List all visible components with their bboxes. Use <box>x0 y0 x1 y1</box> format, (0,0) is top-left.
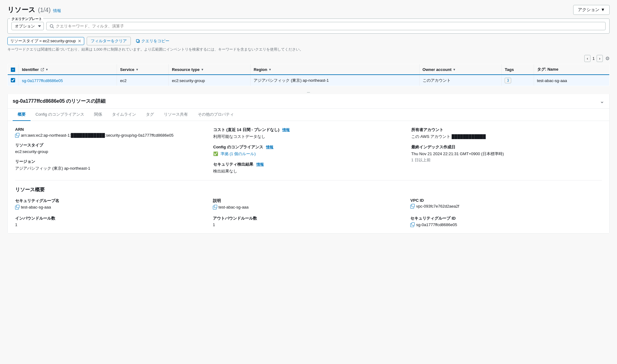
page-number: 1 <box>592 56 594 61</box>
cost-label: コスト (直近 14 日間 - ブレンドなし) 情報 <box>213 127 404 133</box>
select-all-checkbox[interactable] <box>11 68 15 72</box>
compliance-link[interactable]: 準拠 (1 個のルール) <box>221 151 256 156</box>
detail-grid: ARN arn:aws:ec2:ap-northeast-1:█████████… <box>15 127 602 174</box>
detail-col-2: コスト (直近 14 日間 - ブレンドなし) 情報 利用可能なコストデータなし… <box>213 127 404 174</box>
tab-config-compliance[interactable]: Config のコンプライアンス <box>31 109 89 121</box>
security-info-link[interactable]: 情報 <box>256 162 264 167</box>
query-template-label: クエリテンプレート <box>10 17 43 21</box>
description-label: 説明 <box>213 198 404 204</box>
row-identifier[interactable]: sg-0a1777ffcd8686e05 <box>19 75 117 86</box>
outbound-value: 1 <box>213 222 404 227</box>
resource-summary-title: リソース概要 <box>15 187 602 193</box>
action-button[interactable]: アクション ▼ <box>573 5 610 15</box>
identifier-sort-icon: ▼ <box>45 68 48 71</box>
inbound-field: インバウンドルール数 1 <box>15 216 207 227</box>
query-controls: オプション <box>11 22 606 30</box>
tab-tags[interactable]: タグ <box>141 109 159 121</box>
tab-relationship[interactable]: 関係 <box>89 109 107 121</box>
outbound-label: アウトバウンドルール数 <box>213 216 404 221</box>
select-all-header[interactable] <box>8 64 19 75</box>
query-section: クエリテンプレート オプション <box>7 19 610 34</box>
detail-panel: sg-0a1777ffcd8686e05 のリソースの詳細 ⌄ 概要 Confi… <box>7 94 610 234</box>
col-resource-type[interactable]: Resource type ▼ <box>169 64 251 75</box>
sg-id-field: セキュリティグループ ID sg-0a1777ffcd8686e05 <box>410 216 602 227</box>
sg-id-value: sg-0a1777ffcd8686e05 <box>410 222 602 227</box>
compliance-info-link[interactable]: 情報 <box>266 145 273 149</box>
sg-name-field: セキュリティグループ名 test-abac-sg-aaa <box>15 198 207 209</box>
region-sort[interactable]: Region ▼ <box>254 67 271 72</box>
tab-resource-share[interactable]: リソース共有 <box>159 109 193 121</box>
col-tag-name[interactable]: タグ: Name <box>534 64 609 75</box>
sg-id-copy-icon[interactable] <box>410 223 414 227</box>
table-row[interactable]: sg-0a1777ffcd8686e05 ec2 ec2:security-gr… <box>8 75 610 86</box>
summary-grid: セキュリティグループ名 test-abac-sg-aaa 説明 test-aba… <box>15 198 602 227</box>
clear-filters-button[interactable]: フィルターをクリア <box>87 37 131 45</box>
description-copy-icon[interactable] <box>213 206 217 209</box>
resource-type-field: リソースタイプ ec2:security-group <box>15 143 206 154</box>
option-select[interactable]: オプション <box>11 22 44 30</box>
sg-name-copy-icon[interactable] <box>15 206 19 209</box>
row-resource-type: ec2:security-group <box>169 75 251 86</box>
detail-title: sg-0a1777ffcd8686e05 のリソースの詳細 <box>13 98 106 105</box>
last-index-field: 最終インデックス作成日 Thu Nov 21 2024 22:21:31 GMT… <box>411 144 602 163</box>
sg-id-label: セキュリティグループ ID <box>410 216 602 221</box>
tab-summary[interactable]: 概要 <box>13 109 31 121</box>
copy-query-button[interactable]: クエリをコピー <box>133 37 172 45</box>
inbound-value: 1 <box>15 222 207 227</box>
row-tags[interactable]: 3 <box>502 75 534 86</box>
col-service[interactable]: Service ▼ <box>117 64 169 75</box>
description-value: test-abac-sg-aaa <box>213 205 404 209</box>
cost-info-link[interactable]: 情報 <box>282 128 290 132</box>
external-link-icon <box>41 68 44 71</box>
tab-timeline[interactable]: タイムライン <box>107 109 141 121</box>
owner-account-value: この AWS アカウント ████████████ <box>411 134 602 139</box>
drag-handle[interactable]: ⎯ <box>7 86 610 94</box>
col-owner[interactable]: Owner account ▼ <box>419 64 502 75</box>
resource-table: Identifier ▼ Service ▼ Resource type ▼ <box>7 64 610 86</box>
col-region[interactable]: Region ▼ <box>251 64 419 75</box>
col-identifier[interactable]: Identifier ▼ <box>19 64 117 75</box>
resource-link[interactable]: sg-0a1777ffcd8686e05 <box>22 78 63 83</box>
resource-type-label: リソースタイプ <box>15 143 206 148</box>
green-check-icon: ✅ <box>213 151 218 156</box>
page-info-link[interactable]: 情報 <box>53 8 61 14</box>
region-field: リージョン アジアパシフィック (東京) ap-northeast-1 <box>15 159 206 171</box>
row-checkbox-cell[interactable] <box>8 75 19 86</box>
security-value: 検出結果なし <box>213 168 404 174</box>
description-field: 説明 test-abac-sg-aaa <box>213 198 404 209</box>
arn-label: ARN <box>15 127 206 132</box>
row-checkbox[interactable] <box>11 78 15 82</box>
page-header: リソース (1/4) 情報 アクション ▼ <box>7 5 610 15</box>
next-page-button[interactable]: › <box>597 55 603 62</box>
compliance-value: ✅ 準拠 (1 個のルール) <box>213 151 404 157</box>
service-sort[interactable]: Service ▼ <box>120 67 139 72</box>
table-settings-button[interactable]: ⚙ <box>605 56 610 61</box>
cost-value: 利用可能なコストデータなし <box>213 134 404 139</box>
resource-type-sort[interactable]: Resource type ▼ <box>172 67 204 72</box>
tags-badge[interactable]: 3 <box>505 78 511 83</box>
section-divider <box>15 180 602 180</box>
detail-col-1: ARN arn:aws:ec2:ap-northeast-1:█████████… <box>15 127 206 174</box>
service-sort-icon: ▼ <box>136 68 139 71</box>
identifier-sort[interactable]: Identifier ▼ <box>22 67 48 72</box>
col-tags[interactable]: Tags <box>502 64 534 75</box>
search-input[interactable] <box>56 24 602 28</box>
owner-sort[interactable]: Owner account ▼ <box>423 67 456 72</box>
filter-tag-close-icon[interactable]: ✕ <box>78 39 81 43</box>
arn-copy-icon[interactable] <box>15 134 19 138</box>
owner-account-field: 所有者アカウント この AWS アカウント ████████████ <box>411 127 602 139</box>
sg-name-value: test-abac-sg-aaa <box>15 205 207 209</box>
region-label: リージョン <box>15 159 206 164</box>
security-field: セキュリティ検出結果 情報 検出結果なし <box>213 162 404 174</box>
prev-page-button[interactable]: ‹ <box>584 55 590 62</box>
filter-tag: リソースタイプ = ec2:security-group ✕ <box>7 37 84 45</box>
compliance-field: Config のコンプライアンス 情報 ✅ 準拠 (1 個のルール) <box>213 144 404 157</box>
inbound-label: インバウンドルール数 <box>15 216 207 221</box>
collapse-icon[interactable]: ⌄ <box>600 98 604 105</box>
copy-icon <box>136 39 140 43</box>
table-controls: ‹ 1 › ⚙ <box>7 55 610 62</box>
page-title: リソース <box>7 5 35 14</box>
tab-other-properties[interactable]: その他のプロパティ <box>193 109 239 121</box>
resource-type-value: ec2:security-group <box>15 149 206 154</box>
vpc-id-copy-icon[interactable] <box>410 205 414 209</box>
